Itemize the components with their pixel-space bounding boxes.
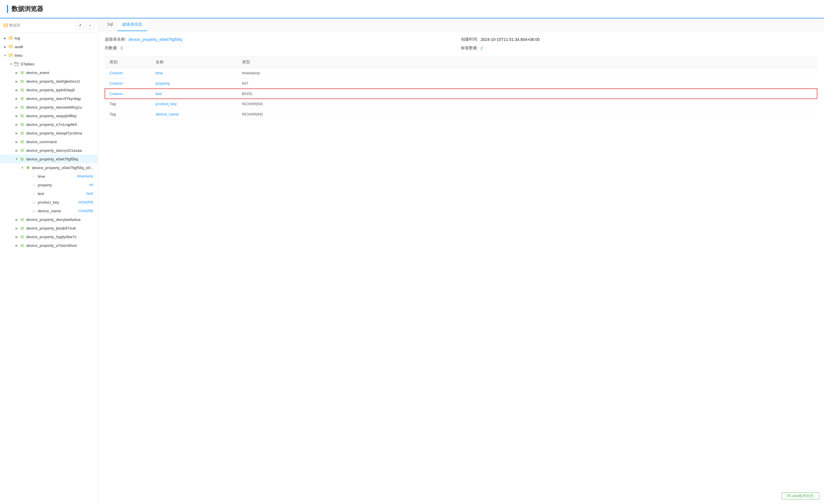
sidebar-item-jkerjk97oub[interactable]: ▶ ⊞ device_property_jkerjk97oub xyxy=(0,224,98,232)
table-header-row: 类别 名称 类型 xyxy=(105,57,817,68)
tab-content-super-table-info: 超级表名称: device_property_e0wt7figf56q 创建时间… xyxy=(98,31,824,504)
sidebar-item-tag-device-name[interactable]: ◇ device_name nchar(64) xyxy=(0,207,98,215)
toggle-jkerjk97oub[interactable]: ▶ xyxy=(14,225,20,231)
stable-icon-e7n1cqpfik5: ⊞ xyxy=(20,122,25,127)
sidebar-item-dwcr97kyv8qp[interactable]: ▶ ⊞ device_property_dwcr97kyv8qp xyxy=(0,94,98,103)
cell-type-3: NCHAR(64) xyxy=(237,99,817,109)
stable-icon-dwsqd7yn3ima: ⊞ xyxy=(20,130,25,136)
toggle-dwsqd7yn3ima[interactable]: ▶ xyxy=(14,130,20,136)
toggle-child-table[interactable]: ▼ xyxy=(20,165,25,170)
cell-type-0: timestamp xyxy=(237,68,817,78)
sidebar-item-dwi0gke0xo1t[interactable]: ▶ ⊞ device_property_dwi0gke0xo1t xyxy=(0,77,98,86)
add-database-button[interactable]: + xyxy=(86,21,94,29)
toggle-a7ioizx6tvre[interactable]: ▶ xyxy=(14,243,20,248)
cell-category-3: Tag xyxy=(105,99,151,109)
sidebar-item-device-event[interactable]: ▶ ⊞ device_event xyxy=(0,68,98,77)
table-icon-child: ⊞ xyxy=(25,165,30,170)
table-row-highlighted[interactable]: Column test BOOL xyxy=(105,89,817,99)
cell-category-0: Column xyxy=(105,68,151,78)
col-type-time: timestamp xyxy=(77,174,95,178)
sidebar-label-log: log xyxy=(15,36,95,40)
col-count-label: 列数量: xyxy=(105,45,118,51)
stable-icon-device-event: ⊞ xyxy=(20,70,25,75)
sidebar-item-log[interactable]: ▶ log xyxy=(0,34,98,42)
sidebar-label-tag-device-name: device_name xyxy=(38,209,78,213)
stable-icon-a7ioizx6tvre: ⊞ xyxy=(20,243,25,248)
toggle-wiayq04fbty[interactable]: ▶ xyxy=(14,113,20,119)
sidebar-item-ipjdi4t3qq5[interactable]: ▶ ⊞ device_property_ipjdi4t3qq5 xyxy=(0,86,98,94)
table-row[interactable]: Column property INT xyxy=(105,78,817,89)
sidebar-label-dwcvy321axaa: device_property_dwcvy321axaa xyxy=(26,148,95,153)
toggle-e0wt7figf56q[interactable]: ▼ xyxy=(14,156,20,162)
sidebar-label-col-property: property xyxy=(38,183,89,187)
sidebar-item-a7ioizx6tvre[interactable]: ▶ ⊞ device_property_a7ioizx6tvre xyxy=(0,241,98,250)
stable-icon-ipjdi4t3qq5: ⊞ xyxy=(20,87,25,93)
sidebar-item-device-command[interactable]: ▶ ⊞ device_command xyxy=(0,137,98,146)
toggle-hygfy3ttw7z[interactable]: ▶ xyxy=(14,234,20,240)
sidebar-item-audit[interactable]: ▶ audit xyxy=(0,42,98,51)
info-grid: 超级表名称: device_property_e0wt7figf56q 创建时间… xyxy=(105,37,817,51)
sidebar-label-dwi0gke0xo1t: device_property_dwi0gke0xo1t xyxy=(26,79,95,84)
sidebar-label-audit: audit xyxy=(15,45,95,49)
database-icon xyxy=(3,23,8,28)
main-layout: 数据库 ↺ + ▶ log ▶ audit xyxy=(0,18,824,504)
col-type-test: bool xyxy=(86,192,95,196)
sidebar-item-tag-product-key[interactable]: ◇ product_key nchar(64) xyxy=(0,198,98,207)
col-type-property: int xyxy=(89,183,95,187)
sidebar-item-dwcybwtla4ua[interactable]: ▶ ⊞ device_property_dwcybwtla4ua xyxy=(0,215,98,224)
stable-icon-dwi0gke0xo1t: ⊞ xyxy=(20,79,25,84)
sidebar-item-wiayq04fbty[interactable]: ▶ ⊞ device_property_wiayq04fbty xyxy=(0,111,98,120)
toggle-dwcvy321axaa[interactable]: ▶ xyxy=(14,147,20,153)
tag-icon-product-key: ◇ xyxy=(31,200,36,205)
table-row[interactable]: Tag device_name NCHAR(64) xyxy=(105,109,817,120)
toggle-dwcwek86rg1u[interactable]: ▶ xyxy=(14,104,20,110)
refresh-button[interactable]: ↺ xyxy=(76,21,84,29)
toggle-e7n1cqpfik5[interactable]: ▶ xyxy=(14,122,20,127)
sidebar-label-col-test: test xyxy=(38,192,86,196)
stable-icon-dwcybwtla4ua: ⊞ xyxy=(20,217,25,222)
sidebar-item-stables[interactable]: ▼ STables xyxy=(0,59,98,68)
toggle-device-command[interactable]: ▶ xyxy=(14,139,20,145)
sidebar-item-col-property[interactable]: ○ property int xyxy=(0,180,98,189)
sidebar-label-links: links xyxy=(15,53,95,57)
toggle-stables[interactable]: ▼ xyxy=(8,61,14,67)
sidebar-label-e7n1cqpfik5: device_property_e7n1cqpfik5 xyxy=(26,122,95,127)
sidebar-item-e7n1cqpfik5[interactable]: ▶ ⊞ device_property_e7n1cqpfik5 xyxy=(0,120,98,129)
toggle-links[interactable]: ▼ xyxy=(2,52,8,58)
sidebar-label-dwcybwtla4ua: device_property_dwcybwtla4ua xyxy=(26,218,95,222)
sidebar-item-col-test[interactable]: ○ test bool xyxy=(0,189,98,198)
content-panel: Sql 超级表信息 超级表名称: device_property_e0wt7fi… xyxy=(98,18,824,504)
tab-sql[interactable]: Sql xyxy=(103,18,118,31)
sidebar-label-dwcwek86rg1u: device_property_dwcwek86rg1u xyxy=(26,105,95,109)
sidebar-item-dwcwek86rg1u[interactable]: ▶ ⊞ device_property_dwcwek86rg1u xyxy=(0,103,98,111)
info-row-table-name: 超级表名称: device_property_e0wt7figf56q xyxy=(105,37,461,42)
svg-point-3 xyxy=(9,53,12,55)
sidebar-label-stables: STables xyxy=(20,62,95,66)
tag-type-device-name: nchar(64) xyxy=(78,209,95,213)
toggle-device-event[interactable]: ▶ xyxy=(14,70,20,76)
toggle-dwcr97kyv8qp[interactable]: ▶ xyxy=(14,96,20,101)
sidebar-item-hygfy3ttw7z[interactable]: ▶ ⊞ device_property_hygfy3ttw7z xyxy=(0,232,98,241)
sidebar-tree: ▶ log ▶ audit ▼ links xyxy=(0,32,98,504)
toggle-log[interactable]: ▶ xyxy=(2,35,8,41)
th-type: 类型 xyxy=(237,57,817,68)
tabs-bar: Sql 超级表信息 xyxy=(98,18,824,31)
toggle-dwi0gke0xo1t[interactable]: ▶ xyxy=(14,78,20,84)
svg-point-2 xyxy=(9,45,12,46)
sidebar-item-child-table[interactable]: ▼ ⊞ device_property_e0wt7figf56q_e0wta18… xyxy=(0,163,98,172)
toggle-ipjdi4t3qq5[interactable]: ▶ xyxy=(14,87,20,93)
sidebar-toolbar: 数据库 ↺ + xyxy=(0,18,98,32)
sidebar-item-dwcvy321axaa[interactable]: ▶ ⊞ device_property_dwcvy321axaa xyxy=(0,146,98,155)
toggle-audit[interactable]: ▶ xyxy=(2,44,8,49)
table-row[interactable]: Column time timestamp xyxy=(105,68,817,78)
table-row[interactable]: Tag product_key NCHAR(64) xyxy=(105,99,817,109)
stable-icon-dwcvy321axaa: ⊞ xyxy=(20,148,25,153)
sidebar-item-links[interactable]: ▼ links xyxy=(0,51,98,59)
sidebar-label-wiayq04fbty: device_property_wiayq04fbty xyxy=(26,114,95,118)
sidebar-item-col-time[interactable]: ○ time timestamp xyxy=(0,172,98,180)
sidebar-item-dwsqd7yn3ima[interactable]: ▶ ⊞ device_property_dwsqd7yn3ima xyxy=(0,129,98,137)
sidebar-item-e0wt7figf56q[interactable]: ▼ ⊞ device_property_e0wt7figf56q xyxy=(0,155,98,163)
toggle-dwcybwtla4ua[interactable]: ▶ xyxy=(14,217,20,222)
sidebar-label-col-time: time xyxy=(38,174,77,178)
tab-super-table-info[interactable]: 超级表信息 xyxy=(118,18,147,31)
